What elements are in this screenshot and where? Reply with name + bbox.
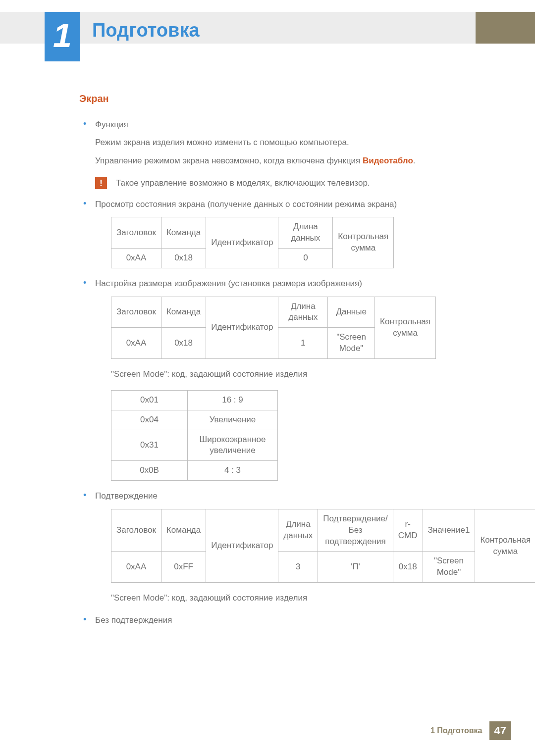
table-cell: Длина данных (278, 297, 328, 328)
table-cell: Длина данных (278, 509, 318, 552)
footer-text: 1 Подготовка (430, 726, 482, 735)
table-cell: 0x0B (111, 461, 188, 481)
table-cell: r-CMD (393, 509, 423, 552)
list-item: Просмотр состояния экрана (получение дан… (79, 198, 436, 268)
table-cell: Идентификатор (206, 217, 278, 268)
list-item: Подтверждение Заголовок Команда Идентифи… (79, 490, 436, 605)
table-cell: 0x01 (111, 390, 188, 410)
table-cell: Длина данных (278, 217, 333, 249)
table-row: Заголовок Команда Идентификатор Длина да… (111, 509, 535, 552)
table-cell: Команда (161, 217, 206, 249)
note-block: ! Такое управление возможно в моделях, в… (79, 177, 436, 189)
table-row: 0x31Широкоэкранное увеличение (111, 430, 278, 461)
emphasis-videowall: Видеотабло (363, 156, 413, 165)
page-number: 47 (489, 721, 511, 740)
table-cell: Контрольная сумма (333, 217, 394, 268)
table-codes: 0x0116 : 9 0x04Увеличение 0x31Широкоэкра… (111, 390, 278, 481)
table-cell: 3 (278, 552, 318, 583)
table-view-state: Заголовок Команда Идентификатор Длина да… (111, 217, 394, 268)
header-bar (0, 12, 535, 44)
content-area: Экран Функция Режим экрана изделия можно… (79, 93, 436, 636)
table-row: 0x04Увеличение (111, 410, 278, 430)
table-cell: Значение1 (423, 509, 475, 552)
table-cell: 0xAA (111, 552, 161, 583)
table-set-size: Заголовок Команда Идентификатор Длина да… (111, 297, 436, 359)
table-cell: "Screen Mode" (328, 328, 375, 359)
section-title: Экран (79, 93, 436, 104)
table-confirm: Заголовок Команда Идентификатор Длина да… (111, 509, 535, 583)
bullet-list: Просмотр состояния экрана (получение дан… (79, 198, 436, 627)
chapter-number: 1 (53, 18, 72, 52)
list-item: Настройка размера изображения (установка… (79, 277, 436, 481)
table-cell: Подтверждение/Без подтверждения (318, 509, 393, 552)
table-cell: Заголовок (111, 217, 161, 249)
table-cell: 'П' (318, 552, 393, 583)
table-cell: Контрольная сумма (475, 509, 535, 583)
table-row: Заголовок Команда Идентификатор Длина да… (111, 217, 394, 249)
no-confirm-label: Без подтверждения (95, 614, 436, 627)
confirm-label: Подтверждение (95, 490, 436, 503)
view-state-label: Просмотр состояния экрана (получение дан… (95, 198, 436, 211)
table-cell: 1 (278, 328, 328, 359)
chapter-badge: 1 (45, 12, 80, 61)
list-item: Без подтверждения (79, 614, 436, 627)
bullet-list: Функция Режим экрана изделия можно измен… (79, 118, 436, 167)
table-cell: 0 (278, 249, 333, 268)
screen-mode-desc-2: "Screen Mode": код, задающий состояние и… (111, 592, 436, 605)
table-cell: "Screen Mode" (423, 552, 475, 583)
table-row: 0xAA 0xFF 3 'П' 0x18 "Screen Mode" (111, 552, 535, 583)
header-accent (476, 12, 535, 44)
table-cell: 0x18 (161, 328, 206, 359)
function-desc-2: Управление режимом экрана невозможно, ко… (95, 154, 436, 167)
table-cell: 0x04 (111, 410, 188, 430)
table-cell: 0x31 (111, 430, 188, 461)
function-label: Функция (95, 118, 436, 131)
table-cell: Контрольная сумма (375, 297, 436, 359)
screen-mode-desc: "Screen Mode": код, задающий состояние и… (111, 368, 436, 381)
table-row: 0x0116 : 9 (111, 390, 278, 410)
table-cell: Данные (328, 297, 375, 328)
table-cell: Заголовок (111, 509, 161, 552)
table-cell: 0x18 (161, 249, 206, 268)
table-cell: Команда (161, 509, 206, 552)
table-cell: Широкоэкранное увеличение (188, 430, 278, 461)
table-cell: Идентификатор (206, 297, 278, 359)
table-cell: Увеличение (188, 410, 278, 430)
table-cell: Заголовок (111, 297, 161, 328)
table-cell: 16 : 9 (188, 390, 278, 410)
table-cell: 4 : 3 (188, 461, 278, 481)
table-cell: Идентификатор (206, 509, 278, 583)
warning-icon: ! (95, 177, 107, 189)
table-cell: Команда (161, 297, 206, 328)
table-row: 0x0B4 : 3 (111, 461, 278, 481)
table-cell: 0xAA (111, 328, 161, 359)
footer: 1 Подготовка 47 (430, 721, 511, 740)
note-text: Такое управление возможно в моделях, вкл… (116, 177, 370, 189)
function-desc-1: Режим экрана изделия можно изменить с по… (95, 136, 436, 149)
table-cell: 0xFF (161, 552, 206, 583)
table-row: Заголовок Команда Идентификатор Длина да… (111, 297, 436, 328)
list-item: Функция Режим экрана изделия можно измен… (79, 118, 436, 167)
table-cell: 0x18 (393, 552, 423, 583)
table-cell: 0xAA (111, 249, 161, 268)
chapter-title: Подготовка (92, 20, 200, 41)
page: 1 Подготовка Экран Функция Режим экрана … (0, 0, 535, 756)
set-size-label: Настройка размера изображения (установка… (95, 277, 436, 290)
